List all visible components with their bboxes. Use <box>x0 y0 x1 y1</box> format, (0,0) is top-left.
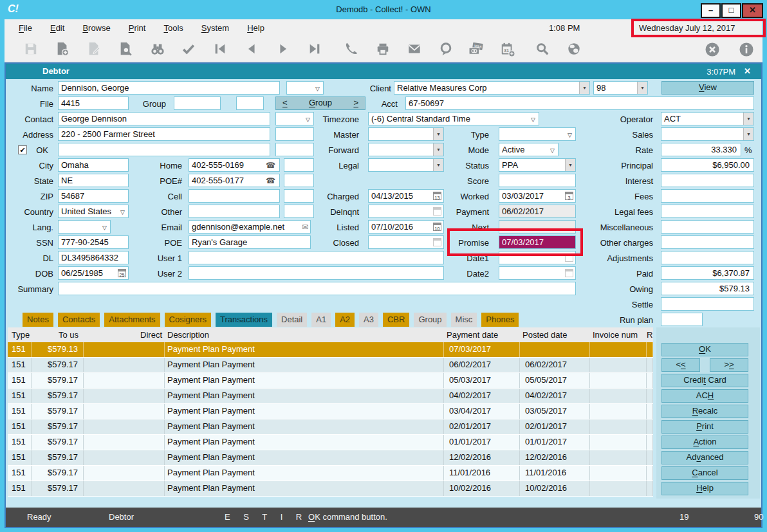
group-field-1[interactable] <box>174 96 221 110</box>
tab[interactable]: A3 <box>359 313 378 327</box>
menu-item[interactable]: Help <box>238 23 273 33</box>
tab[interactable]: Phones <box>481 313 519 327</box>
rate-field[interactable]: 33.330 <box>661 143 741 156</box>
interest-field[interactable] <box>661 174 754 187</box>
other-phone-field[interactable] <box>189 205 280 218</box>
adjustments-field[interactable] <box>661 251 754 264</box>
find-icon[interactable] <box>150 42 165 57</box>
mode-combo[interactable]: Active <box>499 143 559 156</box>
timezone-combo[interactable]: (-6) Central Standard Time <box>368 112 539 125</box>
prev-debtor-button[interactable]: << <box>661 358 700 372</box>
dl-field[interactable]: DL3495864332 <box>58 251 129 264</box>
table-row[interactable]: 151 $579.17 Payment Plan Payment 02/01/2… <box>8 419 653 435</box>
menu-item[interactable]: File <box>10 23 41 33</box>
poe-ext-field[interactable] <box>284 174 314 187</box>
cell-field[interactable] <box>189 189 280 203</box>
address-line2-field[interactable] <box>58 143 270 156</box>
info-icon[interactable] <box>739 42 754 57</box>
miscellaneous-field[interactable] <box>661 220 754 234</box>
group-prev[interactable]: < <box>282 97 288 109</box>
col-direct[interactable]: Direct <box>84 327 165 342</box>
maximize-button[interactable]: □ <box>721 3 741 18</box>
minimize-button[interactable]: – <box>701 3 721 18</box>
print-icon[interactable] <box>376 42 391 57</box>
zip-field[interactable]: 54687 <box>58 189 129 203</box>
client-number-combo[interactable]: 98 <box>593 81 648 95</box>
contact-field[interactable]: George Dennison <box>58 112 270 125</box>
group-label[interactable]: Group <box>309 97 332 109</box>
name-field[interactable]: Dennison, George <box>58 81 280 95</box>
action-button[interactable]: Credit Card <box>661 374 748 387</box>
tab[interactable]: A1 <box>311 313 331 327</box>
tab[interactable]: Cosigners <box>165 313 212 327</box>
close-button[interactable]: ✕ <box>742 3 763 18</box>
view-button[interactable]: View <box>661 81 754 95</box>
fees-field[interactable] <box>661 189 754 203</box>
name-combo[interactable] <box>286 81 324 95</box>
next-record-icon[interactable] <box>276 42 291 57</box>
col-type[interactable]: Type <box>8 327 32 342</box>
last-record-icon[interactable] <box>308 42 323 57</box>
address-field[interactable]: 220 - 2500 Farmer Street <box>58 127 270 141</box>
table-row[interactable]: 151 $579.17 Payment Plan Payment 11/01/2… <box>8 466 653 481</box>
poe-field[interactable]: Ryan's Garage <box>189 235 311 249</box>
visa-payment-icon[interactable]: VISA <box>468 42 483 57</box>
group-nav-button[interactable]: < Group > <box>275 96 365 110</box>
acct-field[interactable]: 67-50697 <box>405 96 754 110</box>
lang-combo[interactable] <box>58 220 111 234</box>
tab[interactable]: Misc <box>451 313 477 327</box>
close-screen-icon[interactable] <box>705 42 720 57</box>
edit-record-icon[interactable] <box>87 42 102 57</box>
action-button[interactable]: ACH <box>661 389 748 403</box>
home-phone-field[interactable]: 402-555-0169 <box>189 158 280 172</box>
group-next[interactable]: > <box>353 97 358 109</box>
action-button[interactable]: Help <box>661 482 748 495</box>
first-record-icon[interactable] <box>213 42 228 57</box>
file-field[interactable]: 4415 <box>58 96 129 110</box>
settle-field[interactable] <box>661 297 754 311</box>
col-to-us[interactable]: To us <box>32 327 84 342</box>
tab[interactable]: Detail <box>277 313 307 327</box>
tab[interactable]: Attachments <box>104 313 160 327</box>
legal-fees-field[interactable] <box>661 205 754 218</box>
operator-combo[interactable]: ACT <box>661 112 754 125</box>
country-combo[interactable]: United States <box>58 205 129 218</box>
web-icon[interactable] <box>567 42 582 57</box>
table-row[interactable]: 151 $579.17 Payment Plan Payment 05/03/2… <box>8 373 653 389</box>
previous-record-icon[interactable] <box>245 42 260 57</box>
col-r[interactable]: R <box>647 327 653 342</box>
table-row[interactable]: 151 $579.17 Payment Plan Payment 03/04/2… <box>8 404 653 419</box>
run-plan-field[interactable] <box>661 313 703 326</box>
col-posted-date[interactable]: Posted date <box>520 327 590 342</box>
menu-item[interactable]: Edit <box>41 23 73 33</box>
preview-icon[interactable] <box>118 42 134 57</box>
tab[interactable]: Notes <box>23 313 53 327</box>
action-button[interactable]: Print <box>661 420 748 434</box>
action-button[interactable]: Advanced <box>661 451 748 464</box>
menu-item[interactable]: Browse <box>73 23 119 33</box>
table-row[interactable]: 151 $579.17 Payment Plan Payment 01/01/2… <box>8 435 653 450</box>
new-record-icon[interactable] <box>55 42 71 57</box>
email-icon[interactable] <box>407 42 423 57</box>
summary-field[interactable] <box>58 282 576 295</box>
client-combo[interactable]: Relative Measures Corp <box>394 81 590 95</box>
next-debtor-button[interactable]: >> <box>710 358 748 372</box>
menu-item[interactable]: System <box>192 23 238 33</box>
table-row[interactable]: 151 $579.17 Payment Plan Payment 12/02/2… <box>8 450 653 466</box>
phone-icon[interactable] <box>344 42 360 57</box>
approve-icon[interactable] <box>181 42 197 57</box>
tab[interactable]: Contacts <box>58 313 100 327</box>
menu-item[interactable]: Print <box>120 23 155 33</box>
state-field[interactable]: NE <box>58 174 129 187</box>
ok-button[interactable]: OK <box>661 343 748 356</box>
menu-item[interactable]: Tools <box>154 23 192 33</box>
group-field-2[interactable] <box>236 96 264 110</box>
action-button[interactable]: Recalc <box>661 405 748 418</box>
tab[interactable]: A2 <box>335 313 355 327</box>
table-row[interactable]: 151 $579.17 Payment Plan Payment 04/02/2… <box>8 389 653 404</box>
other-charges-field[interactable] <box>661 235 754 249</box>
action-button[interactable]: Action <box>661 436 748 449</box>
poe-phone-field[interactable]: 402-555-0177 <box>189 174 280 187</box>
paid-field[interactable]: $6,370.87 <box>661 266 754 280</box>
dob-field[interactable]: 06/25/198525 <box>58 266 129 280</box>
